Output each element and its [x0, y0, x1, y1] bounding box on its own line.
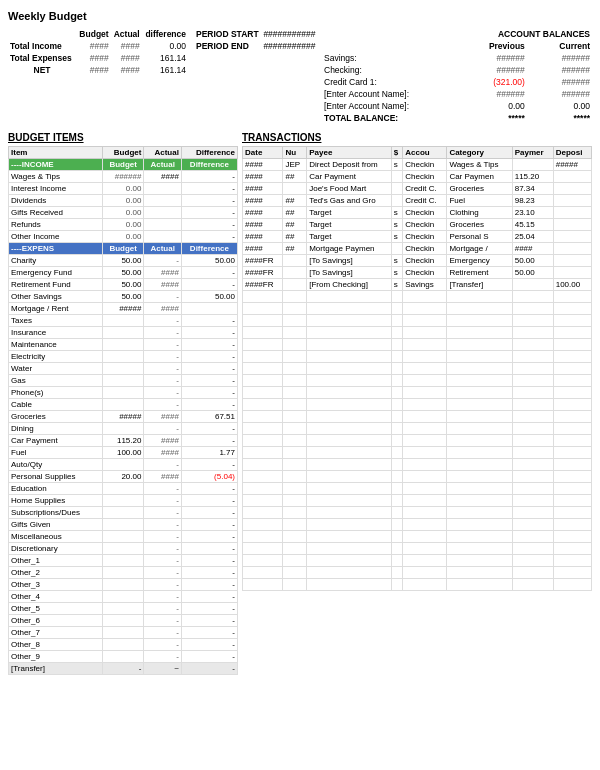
expense-row: Cable - - — [9, 399, 238, 411]
trans-cell: Checkin — [403, 267, 447, 279]
period-start-label: PERIOD START — [194, 28, 261, 40]
trans-empty-row — [243, 423, 592, 435]
income-item-budget: 0.00 — [103, 231, 144, 243]
expense-item-diff: - — [181, 591, 237, 603]
trans-empty-row — [243, 363, 592, 375]
trans-cell: #### — [512, 243, 553, 255]
transfer-diff: - — [181, 663, 237, 675]
expense-row: Miscellaneous - - — [9, 531, 238, 543]
income-diff: 0.00 — [142, 40, 188, 52]
trans-cell: 23.10 — [512, 207, 553, 219]
acct-savings-curr: ###### — [527, 52, 592, 64]
trans-cell: s — [391, 159, 402, 171]
expense-item-label: Insurance — [9, 327, 103, 339]
summary-table: Budget Actual difference Total Income ##… — [8, 28, 188, 76]
acct-cc1-label: Credit Card 1: — [322, 76, 452, 88]
trans-col-$: $ — [391, 147, 402, 159]
trans-cell: 45.15 — [512, 219, 553, 231]
income-item-label: Refunds — [9, 219, 103, 231]
expense-item-diff: - — [181, 267, 237, 279]
expense-item-label: Other_3 — [9, 579, 103, 591]
trans-cell: Groceries — [447, 183, 512, 195]
trans-cell: #### — [243, 183, 283, 195]
trans-cell — [391, 171, 402, 183]
trans-cell: 100.00 — [553, 279, 591, 291]
transfer-label: [Transfer] — [9, 663, 103, 675]
budget-col-item: Item — [9, 147, 103, 159]
expenses-diff: 161.14 — [142, 52, 188, 64]
income-item-budget: 0.00 — [103, 219, 144, 231]
expense-item-budget — [103, 591, 144, 603]
trans-cell: Groceries — [447, 219, 512, 231]
expense-item-budget — [103, 339, 144, 351]
trans-empty-row — [243, 507, 592, 519]
expense-item-actual: - — [144, 555, 181, 567]
trans-cell — [512, 159, 553, 171]
col-budget: Budget — [76, 28, 111, 40]
expense-item-actual: - — [144, 399, 181, 411]
expense-item-actual: - — [144, 639, 181, 651]
expense-item-actual: - — [144, 351, 181, 363]
period-end-label: PERIOD END — [194, 40, 261, 52]
expense-item-actual: - — [144, 651, 181, 663]
expense-item-diff: - — [181, 507, 237, 519]
expense-item-budget — [103, 603, 144, 615]
acct-total-prev: ***** — [452, 112, 527, 124]
trans-cell: Target — [307, 231, 392, 243]
expense-item-budget — [103, 531, 144, 543]
trans-cell: [To Savings] — [307, 255, 392, 267]
trans-empty-row — [243, 447, 592, 459]
expense-item-budget — [103, 363, 144, 375]
expense-item-actual: - — [144, 603, 181, 615]
expense-row: Other_6 - - — [9, 615, 238, 627]
trans-empty-row — [243, 411, 592, 423]
trans-empty-row — [243, 531, 592, 543]
expense-item-actual: - — [144, 627, 181, 639]
income-item-diff: - — [181, 231, 237, 243]
acct-custom2-prev: 0.00 — [452, 100, 527, 112]
trans-row: ######TargetsCheckinPersonal S25.04 — [243, 231, 592, 243]
trans-cell: ## — [283, 171, 307, 183]
trans-empty-row — [243, 315, 592, 327]
expense-item-budget — [103, 507, 144, 519]
trans-empty-row — [243, 519, 592, 531]
expense-item-label: Dining — [9, 423, 103, 435]
expense-item-budget: ##### — [103, 411, 144, 423]
trans-empty-row — [243, 543, 592, 555]
expense-item-budget — [103, 627, 144, 639]
trans-cell: #### — [243, 171, 283, 183]
expense-item-actual: - — [144, 315, 181, 327]
expense-item-diff: - — [181, 315, 237, 327]
expense-item-actual: - — [144, 291, 181, 303]
account-section: ACCOUNT BALANCES Previous Current Saving… — [318, 28, 592, 124]
expense-item-diff: - — [181, 651, 237, 663]
income-item-label: Interest Income — [9, 183, 103, 195]
trans-empty-row — [243, 579, 592, 591]
expense-item-actual: - — [144, 375, 181, 387]
expense-row: Other_5 - - — [9, 603, 238, 615]
income-row: Gifts Received 0.00 - — [9, 207, 238, 219]
income-item-budget: 0.00 — [103, 207, 144, 219]
expense-item-diff: - — [181, 627, 237, 639]
acct-custom1-label: [Enter Account Name]: — [322, 88, 452, 100]
trans-cell — [553, 231, 591, 243]
budget-panel: BUDGET ITEMS Item Budget Actual Differen… — [8, 132, 238, 675]
expense-item-label: Emergency Fund — [9, 267, 103, 279]
trans-cell — [553, 255, 591, 267]
trans-cell: Target — [307, 207, 392, 219]
trans-cell: Savings — [403, 279, 447, 291]
expense-item-diff: - — [181, 543, 237, 555]
trans-cell: Credit C. — [403, 183, 447, 195]
income-item-actual — [144, 207, 181, 219]
trans-cell: 98.23 — [512, 195, 553, 207]
trans-cell — [553, 219, 591, 231]
expense-item-label: Other_6 — [9, 615, 103, 627]
expense-row: Other_8 - - — [9, 639, 238, 651]
expense-item-budget — [103, 483, 144, 495]
expense-item-diff: - — [181, 555, 237, 567]
trans-cell: Emergency — [447, 255, 512, 267]
expense-item-budget — [103, 459, 144, 471]
expense-item-budget — [103, 399, 144, 411]
trans-row: ######Mortgage PaymenCheckinMortgage /##… — [243, 243, 592, 255]
expense-item-diff: - — [181, 327, 237, 339]
